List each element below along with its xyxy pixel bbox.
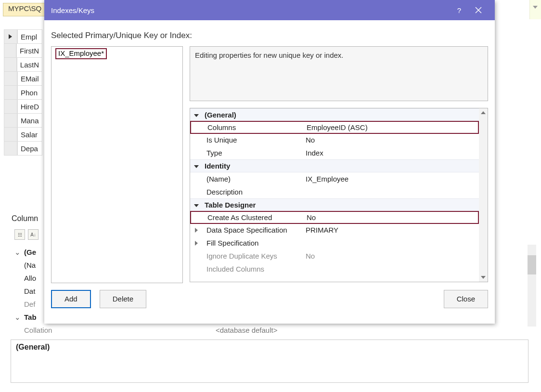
add-button[interactable]: Add	[51, 290, 91, 308]
prop-row-name[interactable]: (Name)IX_Employee	[190, 172, 479, 185]
grid-cell[interactable]: Depa	[17, 141, 42, 156]
prop-value[interactable]: No	[307, 213, 478, 222]
prop-value[interactable]: Index	[306, 149, 479, 157]
row-selector[interactable]	[4, 29, 17, 44]
chevron-down-icon	[533, 6, 538, 9]
prop-label: Create As Clustered	[204, 213, 307, 222]
description-text: Editing properties for new unique key or…	[195, 51, 344, 59]
index-property-grid: (General) ColumnsEmployeeID (ASC) Is Uni…	[190, 108, 488, 282]
grid-cell[interactable]: Phon	[17, 85, 42, 100]
prop-label: Description	[203, 188, 306, 196]
prop-label: Ignore Duplicate Keys	[203, 252, 306, 260]
indexes-keys-dialog: Indexes/Keys ? Selected Primary/Unique K…	[44, 0, 495, 324]
row-selector[interactable]	[4, 113, 17, 128]
scrollbar-thumb[interactable]	[528, 255, 536, 274]
prop-row-columns[interactable]: ColumnsEmployeeID (ASC)	[190, 121, 479, 134]
prop-label: Type	[203, 149, 306, 157]
alphabetical-icon[interactable]: A↓	[28, 229, 39, 240]
row-selector[interactable]	[4, 85, 17, 100]
prop-row-isunique[interactable]: Is UniqueNo	[190, 133, 479, 146]
current-row-marker-icon	[9, 34, 12, 39]
prop-row-clustered[interactable]: Create As ClusteredNo	[190, 211, 479, 224]
prop-row-type[interactable]: TypeIndex	[190, 146, 479, 159]
grid-cell[interactable]: Salar	[17, 127, 42, 142]
list-item[interactable]: IX_Employee*	[52, 47, 182, 61]
prop-value[interactable]: PRIMARY	[306, 226, 479, 234]
expand-icon[interactable]: ⌄	[14, 248, 23, 257]
prop-value: No	[306, 252, 479, 260]
grid-cell[interactable]: Empl	[17, 29, 42, 44]
row-selector[interactable]	[4, 43, 16, 58]
prop-group-identity[interactable]: Identity	[190, 159, 479, 172]
row-selector[interactable]	[4, 71, 17, 86]
grid-cell[interactable]: LastN	[17, 57, 42, 72]
row-selector[interactable]	[4, 141, 17, 156]
section-label: Selected Primary/Unique Key or Index:	[51, 31, 488, 40]
prop-value: <database default>	[216, 326, 277, 334]
row-selector[interactable]	[4, 99, 17, 114]
property-help-header: (General)	[11, 340, 528, 383]
prop-label: Is Unique	[203, 136, 306, 144]
index-listbox[interactable]: IX_Employee*	[51, 46, 183, 283]
document-tab[interactable]: MYPC\SQ	[3, 3, 47, 16]
chevron-up-icon	[481, 111, 486, 114]
prop-value[interactable]: No	[306, 136, 479, 144]
list-item-label: IX_Employee*	[58, 49, 104, 57]
prop-row-description[interactable]: Description	[190, 185, 479, 198]
prop-value[interactable]: EmployeeID (ASC)	[307, 123, 478, 131]
prop-label: Collation	[23, 326, 216, 334]
categorized-icon[interactable]: ☷	[14, 229, 25, 240]
scroll-up-button[interactable]	[479, 108, 488, 117]
close-icon[interactable]	[469, 7, 488, 13]
collapse-icon[interactable]	[190, 162, 203, 170]
dialog-title: Indexes/Keys	[51, 6, 94, 14]
prop-group-general[interactable]: (General)	[190, 108, 479, 121]
prop-label: (Name)	[203, 175, 306, 183]
row-selector[interactable]	[4, 57, 17, 72]
collapse-icon[interactable]	[190, 111, 203, 119]
properties-panel-label: Column	[12, 214, 38, 223]
grid-cell[interactable]: HireD	[17, 99, 42, 114]
prop-label: Fill Specification	[203, 239, 306, 247]
prop-group-tabledesigner[interactable]: Table Designer	[190, 198, 479, 211]
propgrid-scrollbar[interactable]	[479, 108, 488, 282]
close-button[interactable]: Close	[444, 290, 488, 308]
prop-row-dataspace[interactable]: Data Space SpecificationPRIMARY	[190, 223, 479, 236]
grid-cell[interactable]: FirstN	[16, 43, 42, 58]
prop-row-ignoredup: Ignore Duplicate KeysNo	[190, 249, 479, 262]
help-button[interactable]: ?	[450, 6, 469, 14]
prop-value[interactable]: IX_Employee	[306, 175, 479, 183]
chevron-down-icon	[481, 276, 486, 279]
expand-icon[interactable]	[190, 226, 203, 234]
expand-icon[interactable]	[190, 239, 203, 247]
prop-label: Included Columns	[203, 265, 306, 273]
expand-icon[interactable]: ⌄	[14, 313, 23, 322]
prop-row-fillspec[interactable]: Fill Specification	[190, 236, 479, 249]
description-box: Editing properties for new unique key or…	[190, 46, 488, 101]
columns-grid: Empl FirstN LastN EMail Phon HireD Mana …	[4, 30, 42, 156]
dialog-titlebar: Indexes/Keys ?	[44, 0, 495, 20]
grid-cell[interactable]: EMail	[17, 71, 42, 86]
prop-label: Columns	[204, 123, 307, 131]
prop-label: Data Space Specification	[203, 226, 306, 234]
document-tab-title: MYPC\SQ	[8, 4, 41, 13]
collapse-icon[interactable]	[190, 201, 203, 209]
prop-row-included: Included Columns	[190, 262, 479, 275]
delete-button[interactable]: Delete	[100, 290, 146, 308]
scroll-down-button[interactable]	[479, 273, 488, 282]
toolbar-overflow[interactable]	[529, 0, 541, 19]
highlight-annotation: IX_Employee*	[55, 48, 107, 59]
properties-scrollbar[interactable]	[528, 245, 536, 327]
row-selector[interactable]	[4, 127, 17, 142]
property-view-toolbar: ☷ A↓	[14, 229, 39, 240]
grid-cell[interactable]: Mana	[17, 113, 42, 128]
